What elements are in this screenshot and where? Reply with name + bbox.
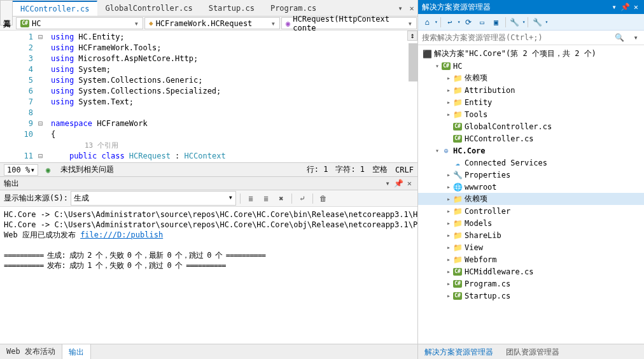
scrollbar-thumb[interactable] <box>409 43 417 81</box>
expander-icon[interactable]: ▸ <box>445 268 452 275</box>
tree-node[interactable]: ▸📁ShareLib <box>418 229 644 241</box>
col-indicator[interactable]: 字符: 1 <box>335 164 365 175</box>
tree-node[interactable]: ▸📁View <box>418 241 644 253</box>
expander-icon[interactable]: ▾ <box>433 147 441 154</box>
tree-node[interactable]: ▸📁依赖项 <box>418 72 644 84</box>
bottom-tab[interactable]: 输出 <box>62 344 91 359</box>
split-toggle-icon[interactable]: ↕ <box>407 31 417 41</box>
scope-label: HC <box>32 19 41 28</box>
member-dropdown[interactable]: ◉ HCRequest(HttpContext conte ▾ <box>281 17 417 29</box>
show-all-icon[interactable]: ▭ <box>476 16 489 29</box>
chevron-down-icon: ▾ <box>271 19 276 28</box>
tab-team-explorer[interactable]: 团队资源管理器 <box>500 344 566 359</box>
tree-node[interactable]: ▸📁Entity <box>418 96 644 108</box>
chevron-down-icon: ▾ <box>408 19 412 28</box>
window-menu-icon[interactable]: ▾ <box>612 3 617 11</box>
tree-node[interactable]: ▸📁Tools <box>418 108 644 120</box>
wordwrap-icon[interactable]: ⤶ <box>296 192 309 205</box>
node-icon: 📁 <box>452 195 463 204</box>
node-icon: C# <box>452 123 463 130</box>
tree-node[interactable]: ▸🌐wwwroot <box>418 181 644 193</box>
tree-node[interactable]: ▾C#HC <box>418 60 644 72</box>
file-tab[interactable]: Program.cs <box>263 1 325 15</box>
tab-solution-explorer[interactable]: 解决方案资源管理器 <box>418 344 500 359</box>
node-icon: C# <box>441 62 451 70</box>
expander-icon[interactable]: ▸ <box>445 111 452 118</box>
solution-explorer-title: 解决方案资源管理器 ▾ 📌 ✕ <box>418 0 644 14</box>
bottom-tool-tabs: Web 发布活动输出 <box>0 344 417 359</box>
toolbox-tab[interactable]: 工具箱 <box>0 0 13 25</box>
se-bottom-tabs: 解决方案资源管理器 团队资源管理器 <box>418 344 644 359</box>
preview-icon[interactable]: 🔧 <box>531 16 543 29</box>
expander-icon[interactable]: ▸ <box>445 171 452 178</box>
tree-node[interactable]: ▸📁Controller <box>418 205 644 217</box>
expander-icon[interactable]: ▸ <box>445 74 452 81</box>
expander-icon[interactable]: ▸ <box>445 256 452 263</box>
fold-column[interactable]: ⊟⊟⊟⊟ <box>38 31 51 162</box>
tree-node[interactable]: C#GlobalController.cs <box>418 120 644 132</box>
search-icon[interactable]: 🔍 <box>611 31 627 45</box>
search-options-icon[interactable]: ▾ <box>627 31 644 45</box>
clear-all-icon[interactable]: 🗑 <box>317 192 330 205</box>
zoom-dropdown[interactable]: 100 %▾ <box>4 164 38 176</box>
tree-node[interactable]: ▸📁Webform <box>418 253 644 265</box>
goto-prev-icon[interactable]: ≣ <box>244 192 257 205</box>
node-label: HCMiddleware.cs <box>465 267 533 276</box>
line-indicator[interactable]: 行: 1 <box>307 164 328 175</box>
code-area[interactable]: using HC.Entity;using HCFrameWork.Tools;… <box>51 31 417 162</box>
expander-icon[interactable]: ▸ <box>445 195 452 202</box>
close-icon[interactable]: ✕ <box>407 179 412 188</box>
expander-icon[interactable]: ▸ <box>445 244 452 251</box>
expander-icon[interactable]: ▾ <box>433 62 441 69</box>
expander-icon[interactable]: ▸ <box>445 183 452 190</box>
type-dropdown[interactable]: ◆ HCFrameWork.HCRequest ▾ <box>144 17 280 29</box>
file-tab[interactable]: HCController.cs <box>13 1 97 16</box>
pin-icon[interactable]: 📌 <box>394 179 403 188</box>
goto-next-icon[interactable]: ≣ <box>260 192 272 205</box>
expander-icon[interactable]: ▸ <box>445 280 452 287</box>
tree-node[interactable]: ▸📁依赖项 <box>418 193 644 205</box>
type-label: HCFrameWork.HCRequest <box>156 19 253 28</box>
solution-tree[interactable]: ⬛ 解决方案"HC.Core"(第 2 个项目，共 2 个) ▾C#HC▸📁依赖… <box>418 45 644 344</box>
properties-icon[interactable]: 🔧 <box>508 16 521 29</box>
tree-node[interactable]: ▸📁Attribution <box>418 84 644 96</box>
close-icon[interactable]: ✕ <box>634 3 638 11</box>
tree-node[interactable]: ▾⊕HC.Core <box>418 144 644 157</box>
pin-icon[interactable]: 📌 <box>620 3 630 11</box>
expander-icon[interactable]: ▸ <box>445 232 452 239</box>
expander-icon[interactable]: ▸ <box>445 99 452 106</box>
tree-node[interactable]: ▸C#Startup.cs <box>418 290 644 302</box>
node-label: HC.Core <box>453 146 486 155</box>
home-icon[interactable]: ⌂ <box>421 16 433 29</box>
dropdown-icon[interactable]: ▾ <box>386 179 390 188</box>
output-header: 输出 ▾ 📌 ✕ <box>0 176 417 190</box>
expander-icon[interactable]: ▸ <box>445 208 452 215</box>
sync-icon[interactable]: ⟳ <box>462 16 475 29</box>
output-text[interactable]: HC.Core -> C:\Users\Administrator\source… <box>0 207 417 344</box>
tree-node[interactable]: C#HCController.cs <box>418 132 644 144</box>
code-editor[interactable]: 12345678910111213141516 ⊟⊟⊟⊟ using HC.En… <box>0 31 417 162</box>
bottom-tab[interactable]: Web 发布活动 <box>0 344 62 359</box>
indent-indicator[interactable]: 空格 <box>372 164 388 175</box>
file-tab[interactable]: GlobalController.cs <box>97 1 200 15</box>
eol-indicator[interactable]: CRLF <box>395 165 414 174</box>
output-source-dropdown[interactable]: 生成▾ <box>71 191 236 206</box>
scope-dropdown[interactable]: C# HC ▾ <box>16 17 143 29</box>
tree-node[interactable]: ▸C#HCMiddleware.cs <box>418 265 644 278</box>
expander-icon[interactable]: ▸ <box>445 220 452 227</box>
file-tab[interactable]: Startup.cs <box>201 1 263 15</box>
back-icon[interactable]: ↩ <box>444 16 456 29</box>
tree-node[interactable]: ▸🔧Properties <box>418 169 644 181</box>
expander-icon[interactable]: ▸ <box>445 87 452 94</box>
solution-root[interactable]: ⬛ 解决方案"HC.Core"(第 2 个项目，共 2 个) <box>418 48 644 60</box>
tab-overflow-icon[interactable]: ✕ <box>407 4 416 13</box>
tab-preview-icon[interactable]: ▾ <box>396 4 405 13</box>
issues-label[interactable]: 未找到相关问题 <box>60 164 114 175</box>
collapse-icon[interactable]: ▣ <box>490 16 503 29</box>
tree-node[interactable]: ▸📁Models <box>418 217 644 229</box>
clear-icon[interactable]: ✖ <box>275 192 288 205</box>
tree-node[interactable]: ☁Connected Services <box>418 157 644 169</box>
solution-search-input[interactable] <box>418 31 611 45</box>
expander-icon[interactable]: ▸ <box>445 292 452 299</box>
tree-node[interactable]: ▸C#Program.cs <box>418 278 644 290</box>
